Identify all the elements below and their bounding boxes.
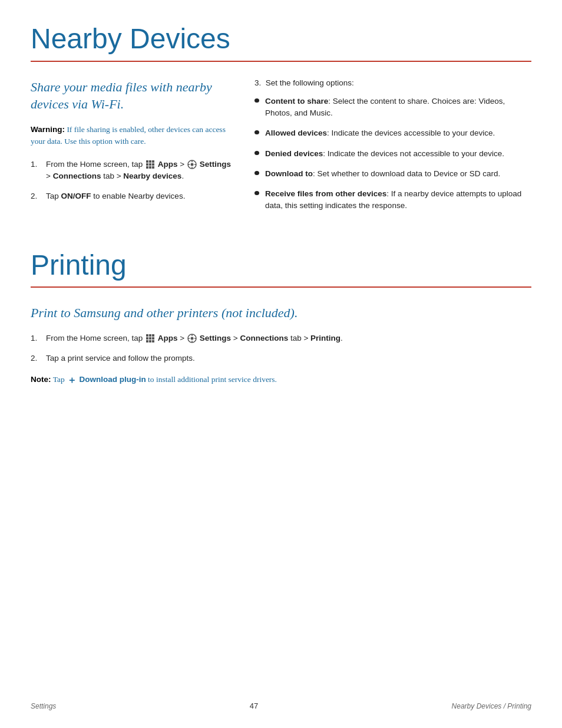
svg-rect-20 <box>152 337 154 340</box>
receive-files-label: Receive files from other devices <box>265 189 386 198</box>
settings-icon-print <box>187 334 197 343</box>
print-step1-num: 1. <box>31 332 41 344</box>
download-plugin-link[interactable]: Download plug-in <box>79 375 146 384</box>
svg-rect-22 <box>149 340 151 342</box>
apps-icon-print <box>146 334 155 343</box>
page: Nearby Devices Share your media files wi… <box>0 0 562 728</box>
svg-rect-4 <box>149 163 151 166</box>
svg-rect-6 <box>146 166 148 169</box>
svg-rect-8 <box>152 166 154 169</box>
svg-rect-2 <box>152 160 154 163</box>
printing-step-2: 2. Tap a print service and follow the pr… <box>31 353 531 364</box>
printing-note: Note: Tap ＋ Download plug-in to install … <box>31 373 531 387</box>
print-settings-label: Settings <box>200 334 231 342</box>
nearby-right-col: 3. Set the following options: Content to… <box>254 78 531 220</box>
nearby-step-2: 2. Tap ON/OFF to enable Nearby devices. <box>31 190 231 202</box>
printing-step-1: 1. From the Home screen, tap <box>31 332 531 344</box>
step1-connections-label: Connections <box>53 172 101 180</box>
warning-label: Warning: <box>31 125 65 134</box>
svg-rect-23 <box>152 340 154 342</box>
bullet-content-2: Allowed devices: Indicate the devices ac… <box>265 127 531 139</box>
print-step1-content: From the Home screen, tap <box>46 332 531 344</box>
svg-rect-19 <box>149 337 151 340</box>
svg-rect-15 <box>146 334 148 337</box>
bullet-content-1: Content to share: Select the content to … <box>265 95 531 120</box>
settings-icon-1 <box>187 160 197 169</box>
bullet-download-to: Download to: Set whether to download dat… <box>254 168 531 180</box>
step1-content: From the Home screen, tap <box>46 159 231 183</box>
bullet-denied-devices: Denied devices: Indicate the devices not… <box>254 148 531 160</box>
printing-divider <box>31 286 531 288</box>
printing-title: Printing <box>31 250 531 281</box>
plus-icon: ＋ <box>67 373 77 387</box>
print-printing-label: Printing <box>310 334 340 342</box>
svg-rect-7 <box>149 166 151 169</box>
nearby-step-1: 1. From the Home screen, tap <box>31 159 231 183</box>
content-to-share-label: Content to share <box>265 97 328 106</box>
nearby-divider <box>31 61 531 62</box>
step2-num: 2. <box>31 190 41 202</box>
bullet-dot-2 <box>254 130 259 134</box>
svg-rect-21 <box>146 340 148 342</box>
svg-rect-17 <box>152 334 154 337</box>
bullet-content-5: Receive files from other devices: If a n… <box>265 188 531 212</box>
nearby-devices-title: Nearby Devices <box>31 24 531 55</box>
bullet-content-4: Download to: Set whether to download dat… <box>265 168 531 180</box>
step1-num: 1. <box>31 159 41 183</box>
svg-rect-3 <box>146 163 148 166</box>
allowed-devices-label: Allowed devices <box>265 129 327 137</box>
footer-left: Settings <box>31 702 56 710</box>
svg-point-10 <box>190 163 193 166</box>
step1-settings-label: Settings <box>200 160 231 169</box>
bullet-receive-files: Receive files from other devices: If a n… <box>254 188 531 212</box>
print-step2-num: 2. <box>31 353 41 364</box>
svg-rect-18 <box>146 337 148 340</box>
step2-content: Tap ON/OFF to enable Nearby devices. <box>46 190 231 202</box>
nearby-warning: Warning: If file sharing is enabled, oth… <box>31 124 231 148</box>
printing-subtitle: Print to Samsung and other printers (not… <box>31 304 531 322</box>
step1-apps-label: Apps <box>158 160 178 169</box>
bullet-dot-1 <box>254 98 259 103</box>
apps-icon <box>146 160 155 169</box>
bullet-dot-4 <box>254 171 259 175</box>
step3-header: 3. Set the following options: <box>254 78 531 87</box>
svg-rect-0 <box>146 160 148 163</box>
nearby-subtitle: Share your media files with nearby devic… <box>31 78 231 113</box>
bullet-allowed-devices: Allowed devices: Indicate the devices ac… <box>254 127 531 139</box>
options-bullet-list: Content to share: Select the content to … <box>254 95 531 212</box>
printing-steps-list: 1. From the Home screen, tap <box>31 332 531 365</box>
print-step2-content: Tap a print service and follow the promp… <box>46 353 531 364</box>
printing-section: Printing Print to Samsung and other prin… <box>31 250 531 387</box>
footer-page-num: 47 <box>250 701 258 710</box>
bullet-content-3: Denied devices: Indicate the devices not… <box>265 148 531 160</box>
step2-onoff-label: ON/OFF <box>61 192 91 200</box>
footer-right: Nearby Devices / Printing <box>452 702 531 710</box>
bullet-content-to-share: Content to share: Select the content to … <box>254 95 531 120</box>
note-label: Note: <box>31 375 51 384</box>
nearby-content: Share your media files with nearby devic… <box>31 78 531 220</box>
step1-nearby-label: Nearby devices <box>123 172 181 180</box>
svg-point-25 <box>190 337 193 340</box>
print-apps-label: Apps <box>158 334 178 342</box>
svg-rect-5 <box>152 163 154 166</box>
svg-rect-16 <box>149 334 151 337</box>
nearby-left-col: Share your media files with nearby devic… <box>31 78 231 220</box>
print-connections-label: Connections <box>240 334 288 342</box>
svg-rect-1 <box>149 160 151 163</box>
printing-content: Print to Samsung and other printers (not… <box>31 304 531 387</box>
bullet-dot-3 <box>254 151 259 155</box>
footer: Settings 47 Nearby Devices / Printing <box>0 701 562 710</box>
step3-num: 3. <box>254 78 261 87</box>
nearby-steps-list: 1. From the Home screen, tap <box>31 159 231 203</box>
download-to-label: Download to <box>265 169 313 178</box>
bullet-dot-5 <box>254 191 259 195</box>
denied-devices-label: Denied devices <box>265 149 323 158</box>
nearby-devices-section: Nearby Devices Share your media files wi… <box>31 24 531 220</box>
